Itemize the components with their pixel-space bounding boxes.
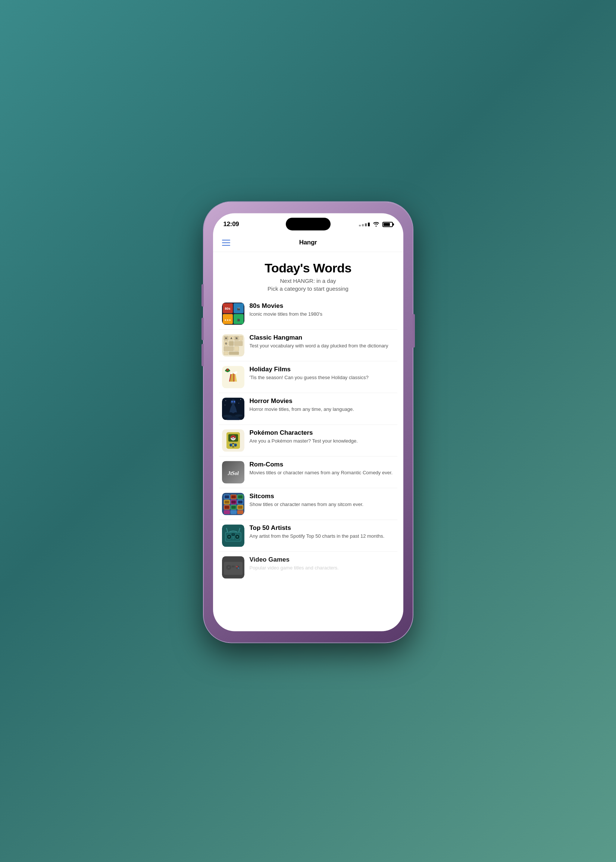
hamburger-menu-icon[interactable] (222, 239, 230, 245)
svg-point-51 (239, 403, 239, 404)
thumbnail-top50-artists (222, 524, 244, 547)
svg-rect-19 (224, 352, 228, 354)
category-name-80s-movies: 80s Movies (250, 302, 394, 310)
category-desc-horror-movies: Horror movie titles, from any time, any … (250, 406, 394, 413)
phone-screen: 12:09 (213, 213, 403, 631)
page-heading: Today's Words Next HANGR: in a day Pick … (213, 252, 403, 298)
status-icons (359, 221, 393, 228)
svg-text:80s: 80s (225, 307, 230, 310)
category-item-sitcoms[interactable]: Sitcoms Show titles or character names f… (219, 488, 398, 520)
category-name-holiday-films: Holiday Films (250, 366, 394, 373)
svg-text:★★★: ★★★ (224, 319, 231, 321)
status-time: 12:09 (223, 220, 239, 228)
category-info-80s-movies: 80s Movies Iconic movie titles from the … (250, 302, 394, 318)
svg-rect-112 (232, 565, 235, 567)
bottom-fade (213, 616, 403, 631)
svg-point-48 (228, 415, 239, 418)
svg-rect-15 (229, 341, 234, 346)
svg-point-49 (225, 400, 226, 401)
svg-point-95 (228, 536, 229, 537)
phone-shell: 12:09 (204, 202, 413, 642)
thumbnail-pokemon (222, 429, 244, 451)
svg-text:JtSol: JtSol (227, 470, 239, 476)
category-item-holiday-films[interactable]: Holiday Films 'Tis the season! Can you g… (219, 361, 398, 393)
svg-point-50 (240, 399, 241, 400)
category-item-top50-artists[interactable]: Top 50 Artists Any artist from the Spoti… (219, 520, 398, 552)
category-info-classic-hangman: Classic Hangman Test your vocabulary wit… (250, 334, 394, 349)
svg-rect-84 (231, 506, 236, 509)
svg-text:🎬: 🎬 (237, 307, 240, 310)
svg-point-58 (232, 437, 234, 439)
category-info-pokemon: Pokémon Characters Are you a Pokémon mas… (250, 429, 394, 444)
thumbnail-horror-movies (222, 397, 244, 420)
svg-text:A: A (230, 337, 232, 340)
category-desc-video-games: Popular video game titles and characters… (250, 565, 394, 571)
category-item-horror-movies[interactable]: Horror Movies Horror movie titles, from … (219, 393, 398, 425)
svg-point-44 (231, 401, 233, 403)
svg-rect-88 (231, 510, 237, 514)
svg-point-98 (237, 536, 238, 537)
category-name-top50-artists: Top 50 Artists (250, 524, 394, 532)
category-info-rom-coms: Rom-Coms Movies titles or character name… (250, 461, 394, 476)
page-title: Today's Words (222, 261, 394, 275)
category-desc-rom-coms: Movies titles or character names from an… (250, 469, 394, 476)
nav-title: Hangr (299, 239, 317, 246)
category-name-pokemon: Pokémon Characters (250, 429, 394, 437)
category-info-sitcoms: Sitcoms Show titles or character names f… (250, 492, 394, 508)
svg-rect-78 (231, 500, 236, 503)
wifi-icon (373, 221, 379, 228)
category-item-classic-hangman[interactable]: H A N G Classic Hangman Test your vocabu… (219, 329, 398, 361)
category-item-pokemon[interactable]: Pokémon Characters Are you a Pokémon mas… (219, 425, 398, 456)
svg-rect-74 (238, 495, 242, 498)
thumbnail-holiday-films (222, 366, 244, 388)
svg-rect-18 (234, 346, 239, 351)
category-item-80s-movies[interactable]: 80s 🎬 ★★★ 🎥 80s Movies Iconic movie titl… (219, 298, 398, 329)
dynamic-island (286, 217, 331, 230)
thumbnail-sitcoms (222, 492, 244, 515)
category-info-top50-artists: Top 50 Artists Any artist from the Spoti… (250, 524, 394, 540)
category-info-holiday-films: Holiday Films 'Tis the season! Can you g… (250, 366, 394, 381)
category-name-classic-hangman: Classic Hangman (250, 334, 394, 341)
category-info-video-games: Video Games Popular video game titles an… (250, 556, 394, 571)
svg-point-111 (238, 567, 239, 569)
svg-rect-61 (232, 443, 234, 444)
svg-point-33 (229, 371, 231, 373)
category-item-rom-coms[interactable]: JtSol Rom-Coms Movies titles or characte… (219, 456, 398, 488)
svg-rect-70 (225, 495, 229, 498)
svg-rect-62 (232, 446, 234, 447)
svg-rect-80 (238, 500, 242, 503)
svg-rect-13 (240, 336, 242, 340)
svg-rect-20 (229, 352, 239, 354)
category-desc-holiday-films: 'Tis the season! Can you guess these Hol… (250, 374, 394, 381)
svg-rect-76 (225, 500, 229, 503)
svg-rect-100 (232, 533, 234, 535)
svg-text:+: + (228, 566, 229, 569)
scene: 12:09 (0, 0, 616, 862)
svg-rect-17 (224, 346, 234, 351)
status-bar: 12:09 (213, 213, 403, 233)
category-desc-top50-artists: Any artist from the Spotify Top 50 chart… (250, 533, 394, 540)
svg-rect-87 (224, 510, 230, 514)
category-desc-80s-movies: Iconic movie titles from the 1980's (250, 311, 394, 318)
category-desc-pokemon: Are you a Pokémon master? Test your know… (250, 438, 394, 444)
category-name-rom-coms: Rom-Coms (250, 461, 394, 468)
thumbnail-80s-movies: 80s 🎬 ★★★ 🎥 (222, 302, 244, 325)
pick-category-text: Pick a category to start guessing (222, 285, 394, 292)
svg-text:G: G (225, 342, 227, 345)
svg-point-108 (236, 565, 240, 569)
svg-rect-89 (237, 510, 243, 514)
svg-point-34 (235, 371, 237, 373)
svg-rect-63 (230, 444, 231, 446)
nav-bar: Hangr (213, 233, 403, 252)
svg-rect-86 (238, 506, 242, 509)
category-item-video-games[interactable]: + Video Games Popular video game titles … (219, 552, 398, 583)
svg-point-110 (236, 566, 238, 567)
next-hangr-text: Next HANGR: in a day (222, 278, 394, 284)
svg-rect-16 (234, 341, 242, 346)
svg-point-52 (225, 405, 225, 406)
battery-icon (382, 222, 393, 227)
content-scroll[interactable]: Today's Words Next HANGR: in a day Pick … (213, 252, 403, 631)
category-name-horror-movies: Horror Movies (250, 397, 394, 405)
svg-point-45 (234, 401, 235, 403)
svg-point-43 (231, 399, 236, 404)
